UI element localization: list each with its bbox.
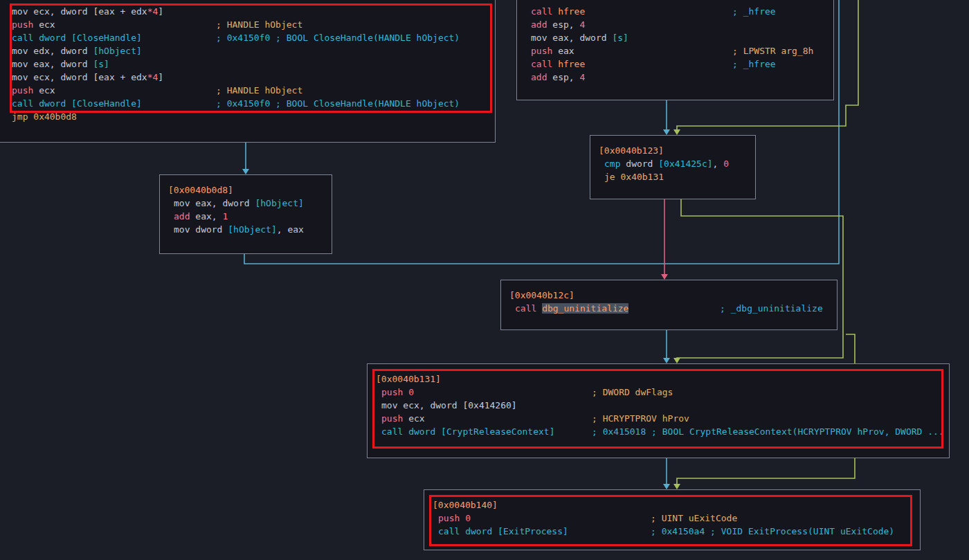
asm-line[interactable]: push eax; LPWSTR arg_8h — [525, 44, 825, 57]
asm-line[interactable]: push 0; DWORD dwFlags — [376, 386, 941, 399]
asm-comment: ; _dbg_uninitialize — [720, 303, 823, 314]
asm-line[interactable]: call dword [CloseHandle]; 0x4150f0 ; BOO… — [6, 97, 487, 110]
asm-line[interactable]: call dword [CloseHandle]; 0x4150f0 ; BOO… — [6, 31, 487, 44]
asm-line[interactable]: je 0x40b131 — [599, 170, 747, 183]
asm-line[interactable]: mov eax, dword [s] — [525, 31, 825, 44]
asm-line[interactable]: push ecx; HANDLE hObject — [6, 84, 487, 97]
asm-line[interactable]: add esp, 4 — [525, 18, 825, 31]
asm-line[interactable]: add esp, 4 — [525, 71, 825, 84]
basic-block-0x0040b140[interactable]: [0x0040b140]push 0; UINT uExitCodecall d… — [424, 489, 921, 550]
asm-line[interactable]: add eax, 1 — [168, 210, 323, 223]
block-header: [0x0040b140] — [433, 498, 912, 512]
basic-block-0x0040b123[interactable]: [0x0040b123]cmp dword [0x41425c], 0je 0x… — [590, 135, 756, 199]
disassembly-graph-view: mov ecx, dword [eax + edx*4]push ecx; HA… — [0, 0, 969, 560]
asm-line[interactable]: mov eax, dword [s] — [6, 57, 487, 71]
basic-block-0x0040b12c[interactable]: [0x0040b12c]call dbg_uninitialize; _dbg_… — [500, 280, 837, 330]
basic-block-hfree[interactable]: call hfree; _hfreeadd esp, 4mov eax, dwo… — [516, 0, 834, 100]
basic-block-0x0040b131[interactable]: [0x0040b131]push 0; DWORD dwFlagsmov ecx… — [367, 363, 950, 458]
asm-line[interactable]: call dword [CryptReleaseContext]; 0x4150… — [376, 425, 941, 438]
edge-closehandle-to-0x40b0d8 — [242, 143, 249, 174]
asm-line[interactable]: mov ecx, dword [eax + edx*4] — [6, 71, 487, 84]
edge-hfree-to-0x40b123 — [663, 100, 670, 135]
asm-line[interactable]: mov dword [hObject], eax — [168, 223, 323, 236]
edge-0x40b131-to-0x40b140 — [663, 458, 670, 489]
asm-comment: ; HANDLE hObject — [216, 19, 302, 30]
asm-line[interactable]: push ecx; HANDLE hObject — [6, 18, 487, 31]
asm-comment: ; 0x4150f0 ; BOOL CloseHandle(HANDLE hOb… — [216, 33, 460, 43]
asm-comment: ; 0x4150f0 ; BOOL CloseHandle(HANDLE hOb… — [216, 98, 460, 109]
asm-comment: ; HANDLE hObject — [216, 85, 302, 96]
asm-line[interactable]: call dword [ExitProcess]; 0x4150a4 ; VOI… — [433, 525, 912, 538]
asm-comment: ; _hfree — [732, 59, 776, 69]
block-header: [0x0040b12c] — [509, 289, 828, 302]
asm-line[interactable]: mov ecx, dword [eax + edx*4] — [6, 5, 487, 18]
asm-comment: ; HCRYPTPROV hProv — [592, 413, 689, 424]
asm-line[interactable]: mov ecx, dword [0x414260] — [376, 399, 941, 412]
block-header: [0x0040b131] — [376, 372, 941, 386]
basic-block-0x0040b0d8[interactable]: [0x0040b0d8]mov eax, dword [hObject]add … — [159, 174, 332, 254]
asm-comment: ; DWORD dwFlags — [592, 387, 673, 397]
asm-line[interactable]: push 0; UINT uExitCode — [433, 512, 912, 525]
asm-line[interactable]: call dbg_uninitialize; _dbg_uninitialize — [509, 302, 828, 315]
basic-block-closehandle-loop[interactable]: mov ecx, dword [eax + edx*4]push ecx; HA… — [0, 0, 496, 143]
asm-line[interactable]: jmp 0x40b0d8 — [6, 110, 487, 123]
block-header: [0x0040b0d8] — [168, 183, 323, 197]
block-header: [0x0040b123] — [599, 144, 747, 157]
edge-0x40b123-false-to-0x40b12c — [661, 199, 668, 280]
asm-comment: ; LPWSTR arg_8h — [732, 46, 813, 56]
asm-comment: ; UINT uExitCode — [651, 513, 737, 523]
asm-line[interactable]: push ecx; HCRYPTPROV hProv — [376, 412, 941, 425]
asm-comment: ; 0x4150a4 ; VOID ExitProcess(UINT uExit… — [651, 526, 894, 536]
asm-line[interactable]: mov eax, dword [hObject] — [168, 197, 323, 210]
asm-line[interactable]: cmp dword [0x41425c], 0 — [599, 157, 747, 170]
asm-line[interactable]: call hfree; _hfree — [525, 5, 825, 18]
edge-0x40b12c-to-0x40b131 — [663, 330, 670, 363]
asm-comment: ; _hfree — [732, 6, 776, 17]
asm-line[interactable]: mov edx, dword [hObject] — [6, 44, 487, 57]
asm-comment: ; 0x415018 ; BOOL CryptReleaseContext(HC… — [592, 426, 944, 437]
asm-line[interactable]: call hfree; _hfree — [525, 57, 825, 71]
